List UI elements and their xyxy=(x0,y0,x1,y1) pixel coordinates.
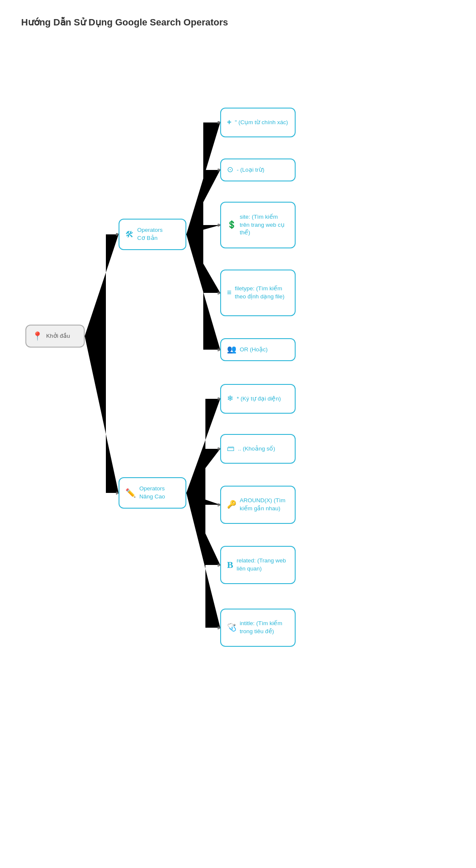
leaf-5-icon: 👥 xyxy=(227,344,236,355)
leaf-10-text: intitle: (Tìm kiếm trong tiêu đề) xyxy=(240,620,289,636)
leaf-advanced-2: 🗃 .. (Khoảng số) xyxy=(220,434,296,464)
leaf-3-text: site: (Tìm kiếm trên trang web cụ thể) xyxy=(240,213,289,237)
advanced-node: ✏️ OperatorsNâng Cao xyxy=(119,477,186,509)
leaf-7-text: .. (Khoảng số) xyxy=(238,445,289,453)
leaf-basic-4: ≡ filetype: (Tìm kiếm theo định dạng fil… xyxy=(220,270,296,316)
leaf-2-text: - (Loại trừ) xyxy=(237,166,289,174)
page-title: Hướng Dẫn Sử Dụng Google Search Operator… xyxy=(21,17,324,28)
start-icon: 📍 xyxy=(32,330,43,342)
leaf-1-text: " (Cụm từ chính xác) xyxy=(235,119,289,127)
leaf-6-text: * (Ký tự đại diện) xyxy=(237,395,289,403)
leaf-4-text: filetype: (Tìm kiếm theo định dạng file) xyxy=(235,285,289,301)
leaf-basic-3: 💲 site: (Tìm kiếm trên trang web cụ thể) xyxy=(220,202,296,248)
leaf-3-icon: 💲 xyxy=(227,220,236,230)
leaf-basic-5: 👥 OR (Hoặc) xyxy=(220,338,296,361)
leaf-8-icon: 🔑 xyxy=(227,499,236,510)
leaf-advanced-3: 🔑 AROUND(X) (Tìm kiếm gần nhau) xyxy=(220,486,296,524)
leaf-5-text: OR (Hoặc) xyxy=(240,346,289,354)
advanced-label: OperatorsNâng Cao xyxy=(139,485,180,501)
advanced-icon: ✏️ xyxy=(125,487,136,499)
leaf-advanced-1: ❄ * (Ký tự đại diện) xyxy=(220,384,296,414)
leaf-4-icon: ≡ xyxy=(227,287,232,298)
basic-node: 🛠 OperatorsCơ Bản xyxy=(119,219,186,250)
leaf-2-icon: ⊙ xyxy=(227,164,233,175)
leaf-10-icon: 🩺 xyxy=(227,622,236,633)
leaf-basic-2: ⊙ - (Loại trừ) xyxy=(220,159,296,181)
leaf-8-text: AROUND(X) (Tìm kiếm gần nhau) xyxy=(240,497,289,513)
leaf-advanced-4: B related: (Trang web liên quan) xyxy=(220,546,296,584)
leaf-9-icon: B xyxy=(227,559,233,572)
leaf-advanced-5: 🩺 intitle: (Tìm kiếm trong tiêu đề) xyxy=(220,609,296,647)
leaf-7-icon: 🗃 xyxy=(227,443,235,454)
diagram: 📍 Khởi đầu 🛠 OperatorsCơ Bản ✏️ Operator… xyxy=(13,45,324,808)
basic-icon: 🛠 xyxy=(125,228,134,240)
start-label: Khởi đầu xyxy=(46,332,78,340)
leaf-1-icon: + xyxy=(227,117,232,128)
start-node: 📍 Khởi đầu xyxy=(25,325,85,348)
basic-label: OperatorsCơ Bản xyxy=(137,226,180,242)
leaf-9-text: related: (Trang web liên quan) xyxy=(237,557,289,573)
leaf-basic-1: + " (Cụm từ chính xác) xyxy=(220,108,296,137)
leaf-6-icon: ❄ xyxy=(227,393,233,404)
